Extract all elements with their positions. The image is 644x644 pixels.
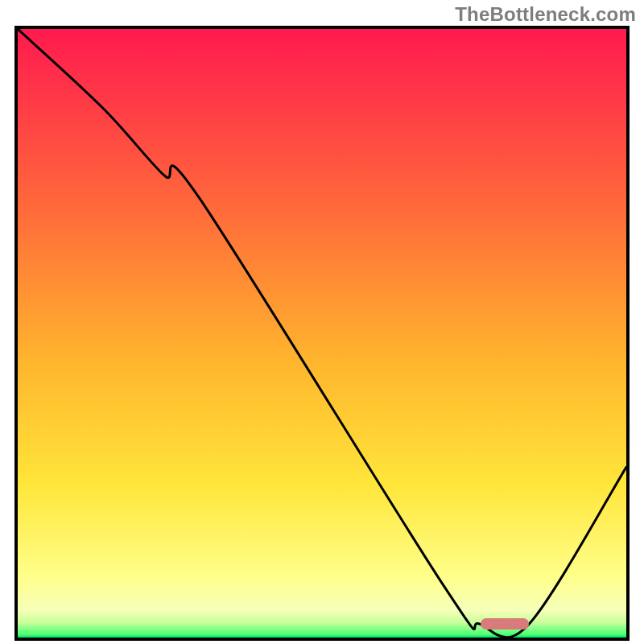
chart-stage: TheBottleneck.com xyxy=(0,0,644,644)
background-gradient xyxy=(18,29,626,638)
optimum-marker xyxy=(481,618,529,630)
plot-svg xyxy=(18,29,626,638)
plot-area xyxy=(14,26,630,641)
watermark-text: TheBottleneck.com xyxy=(455,3,636,26)
